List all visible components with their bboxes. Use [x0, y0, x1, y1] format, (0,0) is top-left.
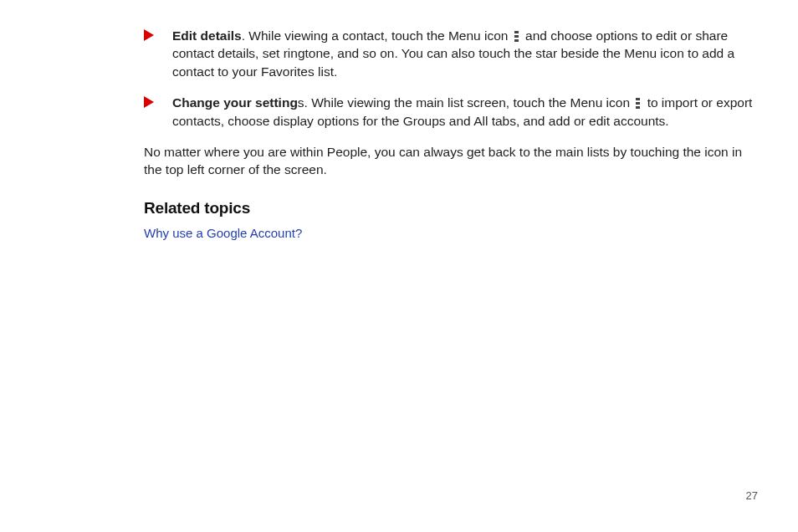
page-number: 27 — [746, 489, 758, 502]
triangle-bullet-icon — [144, 29, 154, 41]
related-topics-heading: Related topics — [144, 199, 755, 217]
bullet-text-before: . While viewing the main list screen, to… — [304, 95, 634, 110]
bullet-list: Edit details. While viewing a contact, t… — [144, 27, 755, 130]
body-paragraph: No matter where you are within People, y… — [144, 143, 755, 179]
bullet-title: Edit details — [172, 28, 242, 43]
document-page: Edit details. While viewing a contact, t… — [0, 0, 798, 532]
content-block: Edit details. While viewing a contact, t… — [40, 27, 758, 241]
list-item: Change your settings. While viewing the … — [144, 94, 755, 130]
bullet-title: Change your setting — [172, 95, 298, 110]
list-item: Edit details. While viewing a contact, t… — [144, 27, 755, 80]
triangle-bullet-icon — [144, 96, 154, 108]
menu-icon — [636, 98, 641, 109]
bullet-title-tail: s — [298, 95, 304, 110]
bullet-text-before: . While viewing a contact, touch the Men… — [242, 28, 512, 43]
menu-icon — [514, 31, 519, 42]
related-link[interactable]: Why use a Google Account? — [144, 226, 302, 240]
